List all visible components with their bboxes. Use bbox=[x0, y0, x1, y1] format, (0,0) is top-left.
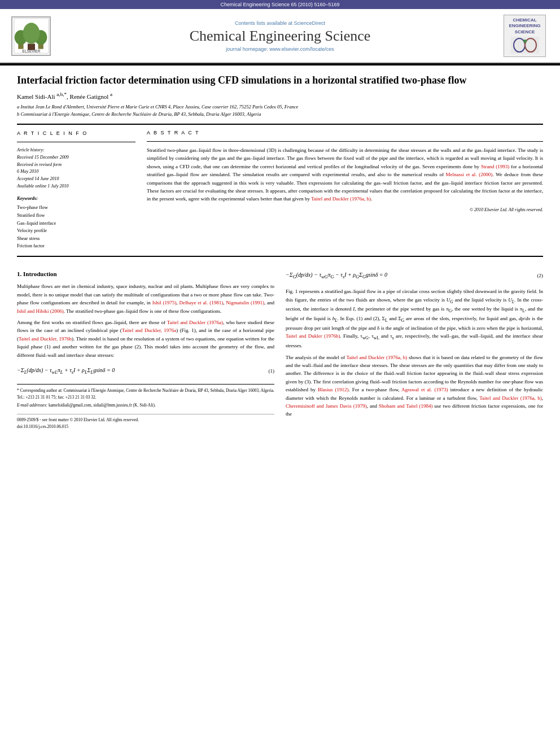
svg-point-11 bbox=[523, 40, 527, 43]
homepage-url[interactable]: www.elsevier.com/locate/ces bbox=[269, 46, 334, 52]
eq2-text: −ΣG(dp/dx) − τwGπG − τsI + ρGΣGgsinδ = 0 bbox=[286, 270, 387, 281]
eq1-text: −ΣL(dp/dx) − τwLπL + τsI + ρLΣLgsinδ = 0 bbox=[17, 366, 115, 376]
taitel-duckler-1976b-ref[interactable]: Taitel and Duckler, 1976b bbox=[19, 336, 72, 342]
taitel-duckler-analysis-ref[interactable]: Taitel and Duckler (1976a, b) bbox=[346, 355, 407, 360]
copyright-note: © 2010 Elsevier Ltd. All rights reserved… bbox=[147, 207, 543, 213]
keyword-1: Two-phase flow bbox=[17, 204, 135, 212]
right-para-2: The analysis of the model of Taitel and … bbox=[286, 353, 543, 418]
nigmatulin-ref[interactable]: Nigmatulin (1991) bbox=[226, 300, 264, 305]
body-left-column: 1. Introduction Multiphase flows are met… bbox=[17, 264, 274, 430]
journal-reference-bar: Chemical Engineering Science 65 (2010) 5… bbox=[0, 0, 560, 9]
info-divider bbox=[17, 142, 135, 142]
doi-footnote: 0009-2509/$ - see front matter © 2010 El… bbox=[17, 414, 274, 430]
right-para-1: Fig. 1 represents a stratified gas–liqui… bbox=[286, 287, 543, 350]
keywords-section: Keywords: Two-phase flow Stratified flow… bbox=[17, 195, 135, 250]
journal-homepage: journal homepage: www.elsevier.com/locat… bbox=[68, 46, 492, 52]
corresponding-author-footnote: * Corresponding author at: Commissariat … bbox=[17, 387, 274, 400]
keyword-2: Stratified flow bbox=[17, 212, 135, 220]
journal-title-area: Contents lists available at ScienceDirec… bbox=[68, 20, 492, 52]
journal-header: ELSEVIER Contents lists available at Sci… bbox=[0, 9, 560, 64]
body-right-column: −ΣG(dp/dx) − τwGπG − τsI + ρGΣGgsinδ = 0… bbox=[286, 264, 543, 430]
intro-para-1: Multiphase flows are met in chemical ind… bbox=[17, 282, 274, 315]
taitel-dukler-1976b-ref[interactable]: Taitel and Dukler (1976b) bbox=[286, 333, 340, 339]
delhaye-ref[interactable]: Delhaye et al. (1981) bbox=[180, 300, 224, 305]
affiliations: a Institut Jean Le Rond d'Alembert, Univ… bbox=[17, 103, 543, 118]
authors-line: Kamel Sidi-Ali a,b,*, Renée Gatignol a bbox=[17, 91, 543, 100]
author-names: Kamel Sidi-Ali bbox=[17, 93, 56, 100]
taitel-duckler-friction-ref[interactable]: Taitel and Duckler (1976a, b) bbox=[479, 395, 542, 401]
ishil-ref[interactable]: Ishil (1975) bbox=[152, 300, 177, 305]
taitel-duckler-ref[interactable]: Taitel and Duckler (1976a, b) bbox=[311, 196, 371, 202]
article-title: Interfacial friction factor determinatio… bbox=[17, 74, 543, 87]
journal-name: Chemical Engineering Science bbox=[68, 28, 492, 45]
ces-logo: CHEMICALENGINEERINGSCIENCE bbox=[504, 15, 549, 57]
keyword-5: Shear stress bbox=[17, 235, 135, 243]
equation-1: −ΣL(dp/dx) − τwLπL + τsI + ρLΣLgsinδ = 0… bbox=[17, 364, 274, 378]
agrawal-ref[interactable]: Agrawal et al. (1973) bbox=[401, 387, 448, 392]
eq1-number: (1) bbox=[269, 367, 275, 375]
article-info-abstract: A R T I C L E I N F O Article history: R… bbox=[17, 129, 543, 250]
elsevier-logo: ELSEVIER bbox=[11, 16, 56, 56]
main-content: Interfacial friction factor determinatio… bbox=[0, 65, 560, 439]
abstract-text: Stratified two-phase gas–liquid flow in … bbox=[147, 146, 543, 203]
svg-text:ELSEVIER: ELSEVIER bbox=[22, 49, 40, 53]
affiliation-a: a Institut Jean Le Rond d'Alembert, Univ… bbox=[17, 103, 543, 111]
abstract-title: A B S T R A C T bbox=[147, 129, 543, 137]
eq2-number: (2) bbox=[537, 272, 544, 279]
article-info-column: A R T I C L E I N F O Article history: R… bbox=[17, 129, 135, 250]
footnote-area: * Corresponding author at: Commissariat … bbox=[17, 384, 274, 408]
svg-point-6 bbox=[23, 23, 40, 43]
intro-heading: 1. Introduction bbox=[17, 269, 274, 279]
body-content: 1. Introduction Multiphase flows are met… bbox=[17, 264, 543, 430]
equation-2: −ΣG(dp/dx) − τwGπG − τsI + ρGΣGgsinδ = 0… bbox=[286, 268, 543, 283]
melnassi-ref[interactable]: Melnassi et al. (2000) bbox=[446, 172, 493, 177]
abstract-divider bbox=[147, 141, 543, 142]
keyword-6: Friction factor bbox=[17, 242, 135, 250]
email-footnote: E-mail addresses: kamelsidiali@gmail.com… bbox=[17, 402, 274, 408]
abstract-column: A B S T R A C T Stratified two-phase gas… bbox=[147, 129, 543, 250]
sciencedirect-link[interactable]: Contents lists available at ScienceDirec… bbox=[68, 20, 492, 26]
taitel-duckler-fig-ref[interactable]: Taitel and Duckler, 1976a bbox=[122, 327, 176, 333]
keyword-3: Gas–liquid interface bbox=[17, 220, 135, 228]
header-divider bbox=[17, 124, 543, 125]
shoham-taitel-ref[interactable]: Shoham and Taitel (1984) bbox=[379, 403, 433, 409]
blasius-ref[interactable]: Blasius (1912) bbox=[318, 387, 349, 392]
ishil-hibiki-ref[interactable]: Ishil and Hibiki (2006) bbox=[17, 308, 64, 314]
intro-para-2: Among the first works on stratified flow… bbox=[17, 318, 274, 359]
affiliation-b: b Commissariat à l'Energie Atomique, Cen… bbox=[17, 111, 543, 118]
journal-reference-text: Chemical Engineering Science 65 (2010) 5… bbox=[220, 2, 339, 7]
taitel-duckler-1976a-ref[interactable]: Taitel and Duckler (1976a) bbox=[167, 320, 223, 325]
keyword-4: Velocity profile bbox=[17, 227, 135, 235]
article-info-title: A R T I C L E I N F O bbox=[17, 129, 135, 137]
cheremisinoff-ref[interactable]: Cheremisinoff and James Davis (1979) bbox=[286, 403, 367, 409]
strand-ref[interactable]: Strand (1993) bbox=[481, 164, 509, 169]
keywords-title: Keywords: bbox=[17, 195, 135, 203]
article-history: Article history: Received 15 December 20… bbox=[17, 147, 135, 190]
body-divider bbox=[17, 256, 543, 257]
